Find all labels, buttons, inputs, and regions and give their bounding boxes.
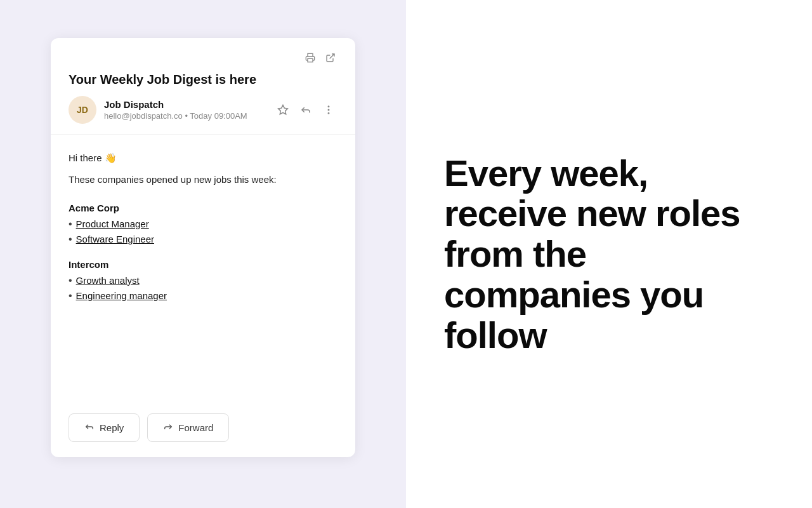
reply-button[interactable]: Reply [69, 413, 140, 442]
company-section-intercom: Intercom Growth analyst Engineering mana… [69, 259, 337, 302]
right-panel: Every week, receive new roles from the c… [406, 0, 812, 508]
email-footer: Reply Forward [51, 403, 355, 457]
reply-icon[interactable] [297, 101, 315, 119]
email-header: Your Weekly Job Digest is here JD Job Di… [51, 38, 355, 135]
forward-btn-icon [163, 422, 173, 434]
avatar: JD [69, 96, 96, 124]
job-list-intercom: Growth analyst Engineering manager [69, 275, 337, 302]
svg-marker-2 [278, 105, 288, 114]
email-card: Your Weekly Job Digest is here JD Job Di… [51, 38, 355, 457]
print-icon[interactable] [303, 51, 317, 65]
company-name-acme: Acme Corp [69, 203, 337, 213]
email-body: Hi there 👋 These companies opened up new… [51, 135, 355, 403]
svg-rect-0 [308, 58, 313, 62]
company-section-acme: Acme Corp Product Manager Software Engin… [69, 203, 337, 245]
sender-email: hello@jobdispatch.co [104, 111, 183, 121]
more-icon[interactable] [320, 101, 337, 119]
star-icon[interactable] [274, 101, 292, 119]
promo-heading: Every week, receive new roles from the c… [444, 153, 761, 356]
email-toolbar [69, 51, 337, 65]
list-item: Growth analyst [69, 275, 337, 286]
list-item: Software Engineer [69, 234, 337, 245]
email-subject: Your Weekly Job Digest is here [69, 72, 337, 87]
company-name-intercom: Intercom [69, 259, 337, 270]
email-action-icons [274, 101, 337, 119]
job-link-engineering-manager[interactable]: Engineering manager [76, 290, 167, 301]
svg-line-1 [330, 54, 334, 58]
sender-info: Job Dispatch hello@jobdispatch.co • Toda… [104, 99, 247, 121]
reply-label: Reply [100, 422, 124, 433]
left-panel: Your Weekly Job Digest is here JD Job Di… [0, 0, 406, 508]
job-link-growth-analyst[interactable]: Growth analyst [76, 275, 140, 286]
job-link-product-manager[interactable]: Product Manager [76, 218, 149, 229]
external-link-icon[interactable] [324, 51, 337, 65]
list-item: Product Manager [69, 218, 337, 230]
job-list-acme: Product Manager Software Engineer [69, 218, 337, 245]
sender-email-time: hello@jobdispatch.co • Today 09:00AM [104, 111, 247, 121]
list-item: Engineering manager [69, 290, 337, 302]
sender-name: Job Dispatch [104, 99, 247, 110]
reply-btn-icon [84, 422, 95, 434]
sender-time: Today 09:00AM [190, 111, 247, 121]
forward-button[interactable]: Forward [147, 413, 229, 442]
svg-point-3 [328, 106, 329, 107]
svg-point-4 [328, 109, 329, 110]
job-link-software-engineer[interactable]: Software Engineer [76, 234, 154, 244]
email-meta-row: JD Job Dispatch hello@jobdispatch.co • T… [69, 96, 337, 124]
intro-text: These companies opened up new jobs this … [69, 173, 337, 187]
forward-label: Forward [178, 422, 213, 433]
svg-point-5 [328, 113, 329, 114]
greeting: Hi there 👋 [69, 152, 337, 164]
